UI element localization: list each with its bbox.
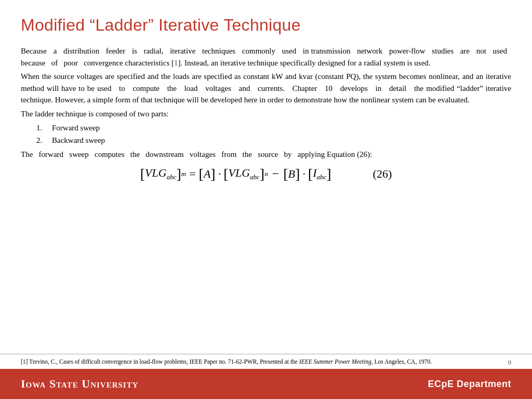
reference-link[interactable]: 1 [174, 59, 178, 67]
list-item-2: 2. Backward sweep [36, 134, 511, 147]
content-area: Modified “Ladder” Iterative Technique Be… [0, 0, 532, 354]
body-content: Because a distribution feeder is radial,… [21, 45, 511, 119]
reference-text: [1] Trevino, C., Cases of difficult conv… [21, 357, 508, 366]
paragraph-4: The forward sweep computes the downstrea… [21, 149, 511, 161]
paragraph-3: The ladder technique is composed of two … [21, 108, 511, 120]
paragraph-4-container: The forward sweep computes the downstrea… [21, 149, 511, 161]
equation-26: [ VLGabc ] m = [ A ] · [ VLGabc ] n − [ … [21, 166, 511, 182]
page-number: 9 [508, 357, 512, 367]
equation-formula: [ VLGabc ] m = [ A ] · [ VLGabc ] n − [ … [140, 166, 331, 182]
footer-department: ECpE Department [428, 379, 511, 390]
paragraph-1: Because a distribution feeder is radial,… [21, 45, 511, 69]
footer-university-name: Iowa State University [21, 377, 139, 391]
footer: Iowa State University ECpE Department [0, 369, 532, 399]
equation-number: (26) [373, 167, 392, 181]
paragraph-2: When the source voltages are specified a… [21, 71, 511, 106]
slide-title: Modified “Ladder” Iterative Technique [21, 16, 511, 35]
reference-section: [1] Trevino, C., Cases of difficult conv… [0, 354, 532, 369]
slide: Modified “Ladder” Iterative Technique Be… [0, 0, 532, 399]
list-item-1: 1. Forward sweep [36, 122, 511, 134]
